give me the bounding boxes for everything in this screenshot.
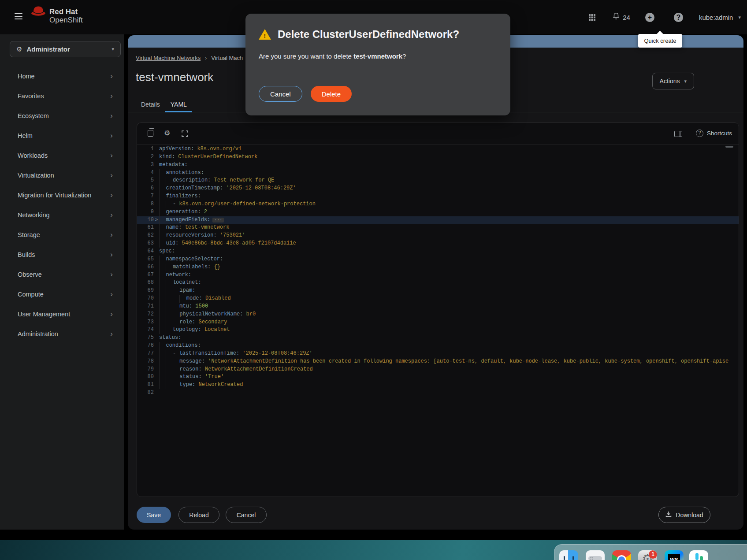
sidebar-item-workloads[interactable]: Workloads› xyxy=(0,145,124,165)
fold-chevron-icon[interactable]: > xyxy=(154,216,159,224)
shortcuts-button[interactable]: Shortcuts xyxy=(696,130,732,137)
code-line: 81type: NetworkCreated xyxy=(137,381,739,389)
dock-icon-chrome[interactable] xyxy=(612,550,631,560)
fold-gutter xyxy=(154,334,159,342)
dock-icon-webstorm[interactable]: WS xyxy=(665,550,684,560)
breadcrumb-link[interactable]: Virtual Machine Networks xyxy=(136,55,201,61)
sidebar-item-observe[interactable]: Observe› xyxy=(0,264,124,284)
user-menu[interactable]: kube:admin ▾ xyxy=(699,14,741,21)
line-number: 1 xyxy=(137,145,154,153)
fold-gutter xyxy=(154,240,159,248)
fold-gutter xyxy=(154,200,159,208)
sidebar-item-storage[interactable]: Storage› xyxy=(0,225,124,245)
sidebar-item-label: Migration for Virtualization xyxy=(18,192,91,199)
chevron-right-icon: › xyxy=(110,271,113,278)
code-line: 82 xyxy=(137,389,739,397)
code-line: 63uid: 540e86bc-8bdc-43e8-ad05-f2107d4da… xyxy=(137,240,739,248)
sidebar-item-virtualization[interactable]: Virtualization› xyxy=(0,165,124,185)
code-line: 80status: 'True' xyxy=(137,373,739,381)
code-line: 3metadata: xyxy=(137,161,739,169)
help-icon[interactable]: ? xyxy=(674,13,683,22)
sidebar-item-ecosystem[interactable]: Ecosystem› xyxy=(0,106,124,126)
fold-gutter xyxy=(154,381,159,389)
sidebar-item-label: Workloads xyxy=(18,152,48,159)
sidebar-item-administration[interactable]: Administration› xyxy=(0,324,124,344)
reload-button[interactable]: Reload xyxy=(178,507,219,523)
line-number: 7 xyxy=(137,193,154,200)
code-line: 69ipam: xyxy=(137,287,739,295)
code-line: 9generation: 2 xyxy=(137,208,739,216)
sidebar-item-label: Helm xyxy=(18,132,33,139)
fullscreen-icon[interactable] xyxy=(182,130,188,139)
copy-icon[interactable] xyxy=(148,130,153,137)
sidebar-item-builds[interactable]: Builds› xyxy=(0,245,124,264)
modal-cancel-button[interactable]: Cancel xyxy=(259,86,302,102)
nav-toggle-icon[interactable] xyxy=(15,13,22,19)
dock-icon-spotlight[interactable] xyxy=(586,550,605,560)
app-launcher-icon[interactable] xyxy=(589,14,595,21)
dock-icon-slack[interactable] xyxy=(689,550,708,560)
fold-gutter xyxy=(154,303,159,311)
sidebar-item-favorites[interactable]: Favorites› xyxy=(0,86,124,106)
chevron-down-icon: ▾ xyxy=(684,78,687,84)
sidebar: ⚙ Administrator ▾ Home›Favorites›Ecosyst… xyxy=(0,34,124,530)
fold-gutter xyxy=(154,169,159,177)
sidebar-panel-icon[interactable] xyxy=(674,131,682,137)
code-line: 76conditions: xyxy=(137,342,739,350)
dock-badge: 1 xyxy=(649,550,657,559)
notifications-button[interactable]: 24 xyxy=(612,12,630,22)
fold-gutter xyxy=(154,256,159,263)
line-number: 67 xyxy=(137,271,154,279)
line-number: 65 xyxy=(137,256,154,263)
sidebar-item-helm[interactable]: Helm› xyxy=(0,126,124,145)
page-title: test-vmnetwork xyxy=(136,70,213,84)
sidebar-item-label: Networking xyxy=(18,211,50,219)
modal-body: Are you sure you want to delete test-vmn… xyxy=(259,52,406,60)
tab-yaml[interactable]: YAML xyxy=(165,98,192,112)
line-number: 72 xyxy=(137,311,154,319)
sidebar-item-user-management[interactable]: User Management› xyxy=(0,304,124,324)
line-number: 8 xyxy=(137,200,154,208)
fold-gutter xyxy=(154,145,159,153)
line-number: 70 xyxy=(137,295,154,303)
fold-gutter xyxy=(154,342,159,350)
line-number: 80 xyxy=(137,373,154,381)
sidebar-item-networking[interactable]: Networking› xyxy=(0,205,124,225)
tab-details[interactable]: Details xyxy=(136,98,165,112)
delete-confirmation-modal: Delete ClusterUserDefinedNetwork? Are yo… xyxy=(245,14,510,115)
code-line: 68localnet: xyxy=(137,279,739,287)
fold-gutter xyxy=(154,208,159,216)
line-number: 75 xyxy=(137,334,154,342)
line-number: 69 xyxy=(137,287,154,295)
sidebar-item-migration-for-virtualization[interactable]: Migration for Virtualization› xyxy=(0,185,124,205)
code-line: 73role: Secondary xyxy=(137,319,739,326)
question-circle-icon xyxy=(696,130,703,137)
dock-icon-finder[interactable] xyxy=(559,550,578,560)
fold-gutter xyxy=(154,319,159,326)
perspective-switcher[interactable]: ⚙ Administrator ▾ xyxy=(10,41,121,57)
fold-gutter xyxy=(154,185,159,193)
chevron-right-icon: › xyxy=(110,310,113,318)
sidebar-item-label: Administration xyxy=(18,330,58,337)
cogs-icon: ⚙ xyxy=(16,45,22,53)
dock: ⚙1WS xyxy=(554,544,747,560)
modal-body-suffix: ? xyxy=(402,52,406,60)
dock-icon-settings[interactable]: ⚙1 xyxy=(638,550,657,560)
brand-logo: Red Hat OpenShift xyxy=(31,5,83,24)
code-line: 61name: test-vmnetwork xyxy=(137,224,739,232)
actions-button[interactable]: Actions ▾ xyxy=(652,73,694,89)
line-number: 76 xyxy=(137,342,154,350)
modal-delete-button[interactable]: Delete xyxy=(311,86,352,102)
sidebar-item-home[interactable]: Home› xyxy=(0,66,124,86)
redhat-fedora-icon xyxy=(31,5,46,19)
chevron-right-icon: › xyxy=(110,231,113,238)
save-button[interactable]: Save xyxy=(137,507,171,523)
yaml-code-editor[interactable]: 1apiVersion: k8s.ovn.org/v12kind: Cluste… xyxy=(137,145,739,497)
editor-settings-icon[interactable]: ⚙ xyxy=(164,129,170,137)
download-button[interactable]: Download xyxy=(658,507,710,523)
cancel-button[interactable]: Cancel xyxy=(226,507,267,523)
sidebar-item-compute[interactable]: Compute› xyxy=(0,284,124,304)
quick-create-icon[interactable]: + xyxy=(645,13,654,22)
code-line: 8- k8s.ovn.org/user-defined-network-prot… xyxy=(137,200,739,208)
code-line: 67network: xyxy=(137,271,739,279)
